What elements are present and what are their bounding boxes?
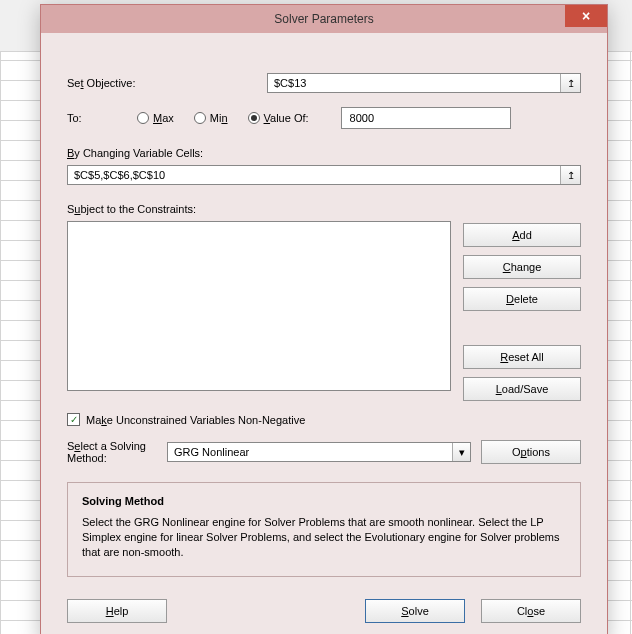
load-save-button[interactable]: Load/Save	[463, 377, 581, 401]
solver-parameters-dialog: Solver Parameters × Set Objective: ↥ To:…	[40, 4, 608, 634]
titlebar[interactable]: Solver Parameters ×	[41, 5, 607, 33]
chevron-down-icon[interactable]: ▾	[452, 443, 470, 461]
range-picker-icon[interactable]: ↥	[560, 166, 580, 184]
set-objective-input[interactable]	[268, 74, 560, 92]
info-text: Select the GRG Nonlinear engine for Solv…	[82, 515, 566, 560]
solving-method-select[interactable]: GRG Nonlinear ▾	[167, 442, 471, 462]
options-button[interactable]: Options	[481, 440, 581, 464]
value-of-input[interactable]	[348, 111, 504, 125]
close-icon[interactable]: ×	[565, 5, 607, 27]
solving-method-info: Solving Method Select the GRG Nonlinear …	[67, 482, 581, 577]
changing-cells-label: By Changing Variable Cells:	[67, 147, 581, 159]
nonnegative-checkbox[interactable]	[67, 413, 80, 426]
reset-all-button[interactable]: Reset All	[463, 345, 581, 369]
nonnegative-label: Make Unconstrained Variables Non-Negativ…	[86, 414, 305, 426]
radio-max[interactable]: Max	[137, 112, 174, 124]
range-picker-icon[interactable]: ↥	[560, 74, 580, 92]
close-button[interactable]: Close	[481, 599, 581, 623]
help-button[interactable]: Help	[67, 599, 167, 623]
delete-button[interactable]: Delete	[463, 287, 581, 311]
change-button[interactable]: Change	[463, 255, 581, 279]
solving-method-label: Select a Solving Method:	[67, 440, 157, 464]
to-label: To:	[67, 112, 117, 124]
solve-button[interactable]: Solve	[365, 599, 465, 623]
constraints-listbox[interactable]	[67, 221, 451, 391]
radio-min[interactable]: Min	[194, 112, 228, 124]
dialog-title: Solver Parameters	[274, 12, 373, 26]
constraints-label: Subject to the Constraints:	[67, 203, 581, 215]
changing-cells-input[interactable]	[68, 166, 560, 184]
info-header: Solving Method	[82, 495, 566, 507]
radio-value-of[interactable]: Value Of:	[248, 112, 309, 124]
set-objective-label: Set Objective:	[67, 77, 267, 89]
add-button[interactable]: Add	[463, 223, 581, 247]
